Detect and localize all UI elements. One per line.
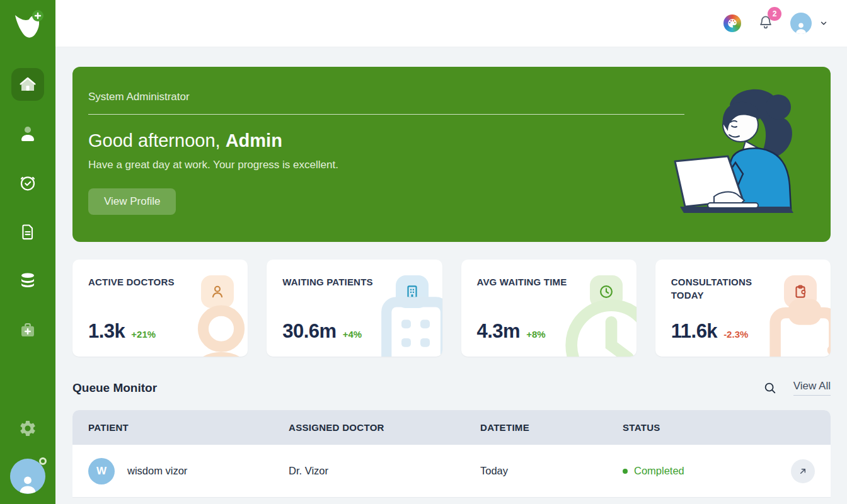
greeting-prefix: Good afternoon,	[88, 130, 226, 151]
queue-table-row[interactable]: W wisdom vizor Dr. Vizor Today Completed	[72, 445, 831, 498]
patient-name: wisdom vizor	[127, 465, 187, 477]
stat-value: 4.3m	[477, 320, 521, 343]
clipboard-icon	[784, 275, 817, 308]
sidebar-item-medical[interactable]	[11, 314, 44, 346]
home-icon	[18, 75, 37, 94]
status-label: Completed	[634, 465, 684, 477]
notifications-button[interactable]: 2	[758, 14, 774, 33]
sidebar-item-home[interactable]	[11, 68, 44, 101]
sidebar-profile-avatar[interactable]	[10, 459, 45, 494]
sidebar-item-schedule[interactable]	[11, 166, 44, 199]
stat-card-active-doctors[interactable]: ACTIVE DOCTORS 1.3k +21%	[72, 260, 248, 357]
queue-table: PATIENT ASSIGNED DOCTOR DATETIME STATUS …	[72, 410, 831, 498]
patient-avatar: W	[88, 458, 115, 484]
user-menu-dropdown[interactable]	[819, 19, 828, 28]
stat-value: 11.6k	[671, 320, 717, 343]
assigned-doctor: Dr. Vizor	[289, 465, 480, 477]
document-icon	[19, 222, 37, 241]
alarm-check-icon	[18, 173, 37, 192]
stat-delta: +21%	[131, 329, 156, 340]
greeting-name: Admin	[226, 130, 282, 151]
stats-row: ACTIVE DOCTORS 1.3k +21% WAITING PATIENT…	[72, 260, 831, 357]
stat-delta: +4%	[343, 329, 362, 340]
stat-delta: -2.3%	[723, 329, 748, 340]
stat-label: CONSULTATIONS TODAY	[671, 275, 775, 302]
app-logo[interactable]	[11, 8, 44, 40]
medical-kit-icon	[18, 321, 37, 340]
sidebar-item-database[interactable]	[11, 265, 44, 297]
queue-table-header: PATIENT ASSIGNED DOCTOR DATETIME STATUS	[72, 410, 831, 445]
stat-label: AVG WAITING TIME	[477, 275, 567, 289]
stat-label: WAITING PATIENTS	[282, 275, 372, 289]
view-profile-button[interactable]: View Profile	[88, 188, 176, 215]
theme-switcher-button[interactable]	[723, 14, 741, 32]
status-dot	[623, 469, 628, 474]
open-row-button[interactable]	[791, 459, 815, 483]
chevron-down-icon	[819, 19, 828, 28]
stat-value: 1.3k	[88, 320, 125, 343]
main-content: System Administrator Good afternoon, Adm…	[55, 48, 847, 504]
database-icon	[18, 272, 37, 290]
sidebar-item-records[interactable]	[11, 215, 44, 248]
woman-at-laptop-illustration	[670, 86, 805, 226]
view-all-link[interactable]: View All	[793, 380, 831, 396]
notification-count-badge: 2	[768, 7, 781, 21]
queue-monitor-title: Queue Monitor	[72, 381, 157, 395]
palette-icon	[727, 18, 738, 29]
stat-card-avg-waiting-time[interactable]: AVG WAITING TIME 4.3m +8%	[461, 260, 637, 357]
logo-v-icon	[11, 8, 44, 40]
stat-delta: +8%	[526, 329, 545, 340]
stat-card-waiting-patients[interactable]: WAITING PATIENTS 30.6m +4%	[267, 260, 442, 357]
user-menu-avatar[interactable]	[790, 13, 812, 34]
sidebar-footer	[10, 412, 45, 494]
sidebar-nav	[11, 68, 44, 346]
column-header-patient: PATIENT	[88, 422, 289, 433]
stat-value: 30.6m	[282, 320, 336, 343]
column-header-assigned-doctor: ASSIGNED DOCTOR	[289, 422, 480, 433]
banner-divider	[88, 114, 684, 115]
stat-label: ACTIVE DOCTORS	[88, 275, 175, 289]
online-status-dot	[39, 457, 47, 465]
gear-icon	[18, 419, 37, 438]
avatar-person-icon	[794, 21, 808, 34]
column-header-status: STATUS	[623, 422, 815, 433]
search-icon	[763, 381, 777, 395]
topbar: 2	[55, 0, 847, 47]
sidebar-item-settings[interactable]	[11, 412, 44, 445]
avatar-person-icon	[17, 474, 38, 494]
column-header-datetime: DATETIME	[480, 422, 623, 433]
datetime-value: Today	[480, 465, 623, 477]
queue-monitor-section: Queue Monitor View All PATIENT ASSIGNED …	[72, 380, 831, 498]
hospital-building-icon	[396, 275, 429, 308]
search-button[interactable]	[763, 381, 777, 395]
clock-icon	[590, 275, 623, 308]
arrow-up-right-icon	[798, 466, 808, 476]
sidebar	[0, 0, 55, 504]
stat-card-consultations-today[interactable]: CONSULTATIONS TODAY 11.6k -2.3%	[655, 260, 831, 357]
sidebar-item-patients[interactable]	[11, 117, 44, 150]
person-icon	[18, 123, 38, 144]
greeting-banner: System Administrator Good afternoon, Adm…	[72, 67, 831, 242]
doctor-person-icon	[201, 275, 234, 308]
